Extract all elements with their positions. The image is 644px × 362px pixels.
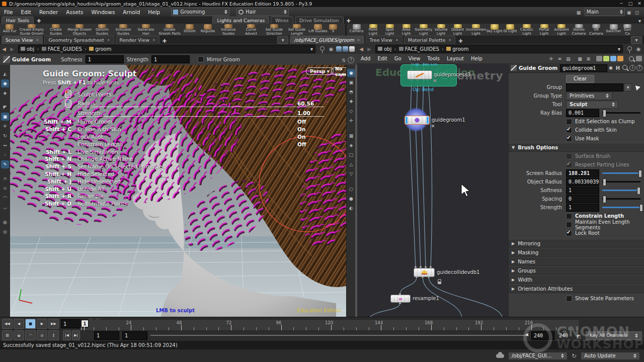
strength-param-field[interactable]: 1: [566, 204, 599, 212]
render-region-icon[interactable]: ●: [347, 195, 355, 203]
net-image-icon[interactable]: [596, 56, 602, 61]
desktop-selector[interactable]: Grooming: [171, 8, 229, 16]
camera-view-icon[interactable]: ○: [347, 185, 355, 193]
select-dynamics-icon[interactable]: ◈: [1, 89, 9, 97]
shelf-tool-geometry-light[interactable]: Geometry Light: [415, 24, 433, 36]
display-cube-icon-2[interactable]: [343, 46, 348, 52]
shelf-tool-clipped-right[interactable]: Gan Ca: [622, 24, 633, 36]
loop-mode-icon[interactable]: ◠: [25, 330, 36, 340]
pane-tab-network[interactable]: /obj/FACE_GUIDES/groom: [290, 36, 364, 44]
net-nav-forward-icon[interactable]: ▶: [365, 46, 373, 52]
shelf-tool-curve-advect[interactable]: Curve Advect: [239, 24, 263, 36]
menu-help[interactable]: Help: [144, 9, 164, 15]
shelf-tool-portal-light[interactable]: Portal Light: [536, 24, 552, 36]
screen-radius-field[interactable]: 188.281: [566, 169, 599, 177]
snap-curve-icon[interactable]: ∪: [1, 184, 9, 192]
translate-tool-icon[interactable]: ✛: [1, 122, 9, 130]
shelf-add-tab-button[interactable]: [34, 18, 44, 24]
stop-button[interactable]: ■: [25, 319, 36, 329]
help-icon[interactable]: ?: [636, 65, 642, 71]
maximize-button[interactable]: □: [626, 1, 635, 6]
net-breadcrumb-face-guides[interactable]: FACE_GUIDES: [399, 46, 439, 52]
shelf-tab-hair-tools[interactable]: Hair Tools: [2, 17, 34, 24]
object-radius-field[interactable]: 0.00330039: [566, 178, 599, 186]
play-button[interactable]: ▶: [37, 319, 47, 329]
shelf-tool-isolate-groom-parts[interactable]: Isolate Groom Parts: [158, 24, 181, 36]
grid-icon[interactable]: ▦: [347, 132, 355, 140]
snapshot-icon[interactable]: ▣: [347, 78, 355, 86]
net-menu-help[interactable]: Help: [467, 56, 486, 61]
maintain-even-length-checkbox[interactable]: [566, 222, 572, 228]
pane-menu-button-right[interactable]: [631, 36, 642, 44]
node-name-guidecollidevdb1[interactable]: guidecollidevdb1: [437, 269, 479, 275]
net-menu-add[interactable]: Add: [357, 56, 374, 61]
takes-icon[interactable]: ▦: [575, 9, 583, 17]
shelf-tool-environment-light[interactable]: Environment Light: [466, 24, 486, 36]
pane-tab-render-view[interactable]: Render View: [116, 36, 159, 44]
light-icon[interactable]: ✚: [347, 98, 355, 106]
help-circle-icon[interactable]: ?: [348, 57, 354, 63]
sort-icon[interactable]: ⇅: [340, 56, 348, 64]
object-radius-slider[interactable]: [602, 181, 640, 183]
net-menu-layout[interactable]: Layout: [443, 56, 467, 61]
group-field[interactable]: [566, 83, 623, 92]
net-menu-go[interactable]: Go: [391, 56, 405, 61]
scale-tool-icon[interactable]: ↔: [1, 141, 9, 149]
display-cube-icon-1[interactable]: [336, 46, 342, 52]
orientation-attributes-section[interactable]: Orientation Attributes: [509, 284, 644, 293]
radialmenu-selector[interactable]: Hair: [236, 8, 289, 16]
net-menu-tools[interactable]: Tools: [424, 56, 443, 61]
desktop-spinner[interactable]: [224, 10, 227, 14]
group-select-arrow-icon[interactable]: [635, 84, 641, 90]
width-section[interactable]: Width: [509, 275, 644, 284]
shelf-tool-sky-light[interactable]: Sky Light: [486, 24, 503, 36]
constrain-length-checkbox[interactable]: [566, 213, 572, 219]
range-start-field[interactable]: 1: [94, 331, 119, 340]
node-resample1[interactable]: ≈: [390, 295, 411, 303]
select-objects-icon[interactable]: ◭: [1, 70, 9, 78]
net-tools-icon[interactable]: ✛: [547, 55, 555, 62]
shelf-tool-camera[interactable]: Camera: [348, 24, 365, 36]
net-note-icon[interactable]: [603, 56, 609, 61]
pin-icon[interactable]: [318, 46, 326, 52]
net-menu-view[interactable]: View: [405, 56, 424, 61]
shelf-tool-set-guide-direction[interactable]: Set Guide Direction: [263, 24, 286, 36]
groups-section[interactable]: Groups: [509, 266, 644, 275]
secure-selection-icon[interactable]: ▣: [1, 113, 9, 121]
node-name-guidegroom1[interactable]: guidegroom1: [432, 117, 465, 123]
shelf-tool-deform-guides[interactable]: Deform Guides: [92, 24, 113, 36]
realtime-icon[interactable]: ◎: [37, 330, 47, 340]
mirror-groom-checkbox[interactable]: [198, 56, 204, 62]
menu-file[interactable]: File: [0, 9, 17, 15]
wireframe-icon[interactable]: △: [347, 160, 355, 168]
path-dropdown-icon[interactable]: [618, 46, 620, 52]
shelf-tool-volume-light[interactable]: Volume Light: [433, 24, 449, 36]
breadcrumb-face-guides[interactable]: FACE_GUIDES: [42, 46, 82, 52]
range-slider[interactable]: ◀: [150, 335, 528, 336]
pane-tab-scene-view[interactable]: Scene View: [2, 36, 43, 44]
net-hierarchy-icon[interactable]: ≡: [556, 55, 564, 62]
select-tool-icon[interactable]: ◤: [1, 103, 9, 111]
close-tab-icon[interactable]: [36, 38, 39, 42]
node-name-resample1[interactable]: resample1: [413, 296, 439, 301]
range-end-field[interactable]: 240: [531, 331, 554, 340]
net-snapshot-icon[interactable]: [636, 56, 642, 61]
group-type-select[interactable]: Primitives: [566, 92, 612, 100]
menu-assets[interactable]: Assets: [62, 9, 87, 15]
recook-icon[interactable]: ↻: [572, 352, 577, 359]
scoped-channels-icon[interactable]: ◩: [575, 332, 583, 340]
take-selector[interactable]: Main: [585, 8, 625, 16]
shelf-overflow-icon[interactable]: [635, 18, 644, 24]
shelf-tool-initialize-guides[interactable]: Initialize Guides: [217, 24, 239, 36]
nav-forward-icon[interactable]: ▶: [8, 46, 16, 52]
timeline-ruler[interactable]: 24 48 72 96 120 144 168 192 216 1: [80, 319, 580, 331]
select-geometry-icon[interactable]: ◉: [1, 79, 9, 87]
autokey-icon[interactable]: ▥: [2, 330, 13, 340]
net-nav-back-icon[interactable]: ◀: [357, 46, 365, 52]
names-section[interactable]: Names: [509, 257, 644, 266]
points-icon[interactable]: □: [347, 151, 355, 159]
brush-options-section[interactable]: Brush Options: [509, 143, 644, 152]
shelf-tab-drive-simulation[interactable]: Drive Simulation: [295, 17, 344, 24]
shelf-tool-gi-light[interactable]: GI Light: [503, 24, 518, 36]
range-start2-field[interactable]: 1: [122, 331, 147, 340]
